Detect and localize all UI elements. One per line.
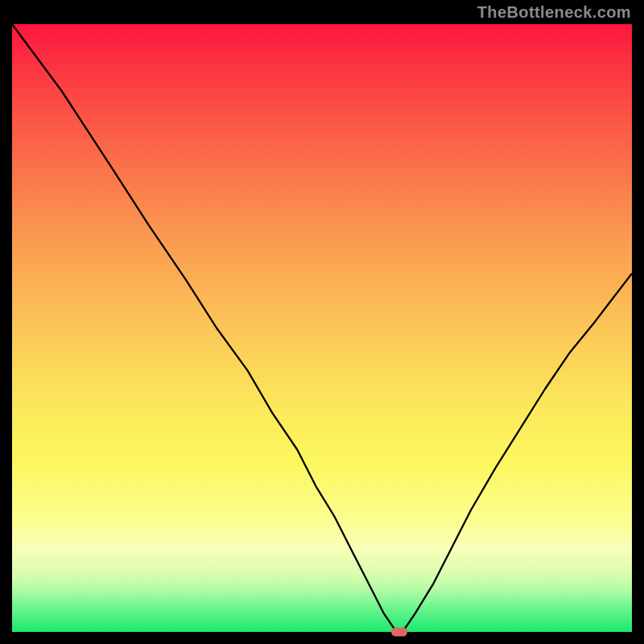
attribution-label: TheBottleneck.com	[477, 3, 631, 22]
chart-container: TheBottleneck.com	[0, 0, 644, 644]
bottleneck-curve	[12, 24, 632, 632]
plot-area	[12, 24, 632, 632]
optimal-point-marker	[391, 628, 407, 637]
